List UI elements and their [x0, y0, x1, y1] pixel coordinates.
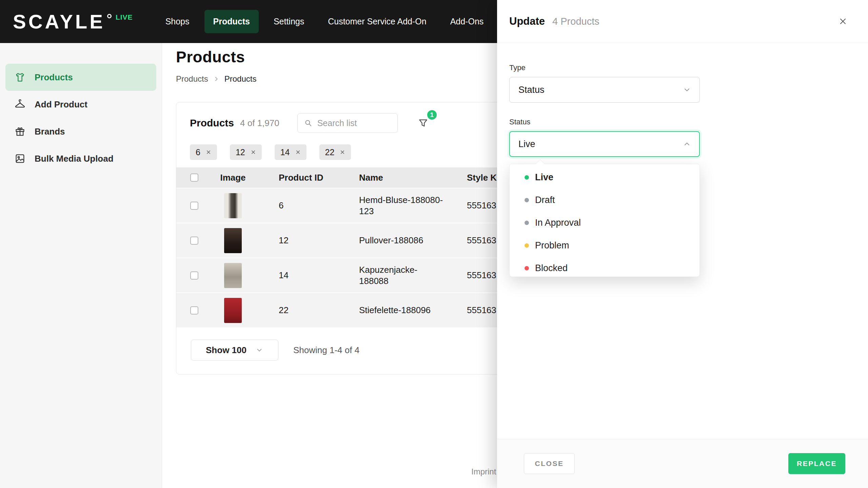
- product-image-cell: [201, 193, 265, 218]
- panel-subtitle: 4 Products: [552, 16, 599, 27]
- search-input[interactable]: [317, 118, 391, 128]
- replace-button[interactable]: REPLACE: [788, 453, 845, 474]
- imprint-link[interactable]: Imprint: [471, 467, 496, 476]
- row-checkbox[interactable]: [190, 271, 198, 280]
- update-panel-footer: CLOSE REPLACE: [497, 439, 868, 488]
- filter-count-badge: 1: [426, 109, 438, 121]
- option-label: Live: [535, 172, 553, 183]
- status-select-value: Live: [518, 139, 535, 149]
- main-nav: Shops Products Settings Customer Service…: [157, 10, 493, 33]
- sidebar: Products Add Product Brands: [0, 43, 162, 488]
- chevron-down-icon: [683, 85, 691, 94]
- logo-circle-icon: [107, 14, 112, 18]
- status-dot-icon: [525, 175, 529, 180]
- type-select[interactable]: Status: [509, 77, 700, 103]
- product-name-cell: Hemd-Bluse-188080-123: [345, 195, 453, 217]
- row-checkbox[interactable]: [190, 237, 198, 245]
- product-name-cell: Pullover-188086: [345, 235, 453, 246]
- product-image-cell: [201, 263, 265, 288]
- product-id-cell: 6: [265, 200, 345, 211]
- chip-remove-icon[interactable]: [340, 149, 345, 155]
- nav-item-settings[interactable]: Settings: [265, 10, 313, 33]
- nav-item-shops[interactable]: Shops: [157, 10, 198, 33]
- type-field-label: Type: [509, 63, 856, 72]
- option-label: Draft: [535, 195, 555, 205]
- chip-value: 12: [236, 147, 245, 157]
- close-button[interactable]: CLOSE: [524, 453, 575, 474]
- chip-remove-icon[interactable]: [295, 149, 301, 155]
- product-name-cell: Kapuzenjacke-188088: [345, 264, 453, 286]
- column-header-image: Image: [201, 172, 265, 183]
- showing-range-text: Showing 1-4 of 4: [293, 345, 359, 355]
- filter-chip: 22: [319, 144, 351, 160]
- product-image-cell: [201, 298, 265, 323]
- page-size-label: Show 100: [206, 345, 246, 355]
- panel-title: Update: [509, 15, 545, 27]
- breadcrumb-item-current: Products: [224, 74, 257, 84]
- chip-remove-icon[interactable]: [251, 149, 256, 155]
- nav-item-products[interactable]: Products: [204, 10, 259, 33]
- dropdown-option-live[interactable]: Live: [510, 166, 699, 189]
- product-name-cell: Stiefelette-188096: [345, 305, 453, 316]
- breadcrumb-item[interactable]: Products: [176, 74, 208, 84]
- product-id-cell: 14: [265, 270, 345, 281]
- product-image-cell: [201, 228, 265, 253]
- status-field: Status Live: [509, 118, 856, 157]
- gift-icon: [14, 126, 26, 137]
- nav-item-addons[interactable]: Add-Ons: [441, 10, 493, 33]
- option-label: In Approval: [535, 218, 581, 228]
- chip-value: 6: [196, 147, 200, 157]
- dropdown-option-in-approval[interactable]: In Approval: [510, 211, 699, 234]
- search-icon: [304, 119, 313, 127]
- product-thumbnail: [224, 263, 242, 288]
- image-icon: [14, 153, 26, 164]
- status-dot-icon: [525, 198, 529, 202]
- page-size-dropdown[interactable]: Show 100: [191, 340, 278, 361]
- chip-value: 22: [325, 147, 335, 157]
- sidebar-item-products[interactable]: Products: [5, 64, 156, 91]
- logo-text: SCAYLE: [13, 12, 105, 32]
- update-panel-header: Update 4 Products: [497, 0, 868, 43]
- column-header-name: Name: [345, 172, 453, 183]
- chevron-right-icon: [214, 76, 219, 82]
- product-thumbnail: [224, 228, 242, 253]
- chip-remove-icon[interactable]: [206, 149, 211, 155]
- product-id-cell: 12: [265, 235, 345, 246]
- chip-value: 14: [280, 147, 290, 157]
- sidebar-item-add-product[interactable]: Add Product: [5, 91, 156, 118]
- close-panel-button[interactable]: [835, 14, 850, 29]
- nav-item-customer-service-addon[interactable]: Customer Service Add-On: [319, 10, 435, 33]
- search-list-box: [297, 113, 398, 133]
- status-field-label: Status: [509, 118, 856, 126]
- row-checkbox[interactable]: [190, 306, 198, 314]
- sidebar-item-label: Add Product: [35, 99, 87, 110]
- live-badge: LIVE: [116, 13, 133, 21]
- filter-chip: 14: [275, 144, 307, 160]
- chevron-up-icon: [683, 140, 691, 148]
- sidebar-item-label: Bulk Media Upload: [35, 154, 114, 164]
- type-field: Type Status: [509, 63, 856, 103]
- type-select-value: Status: [518, 85, 545, 95]
- status-dropdown-menu: Live Draft In Approval Problem Blocked: [509, 164, 700, 277]
- status-dot-icon: [525, 243, 529, 248]
- sidebar-item-label: Brands: [35, 126, 65, 137]
- dropdown-option-draft[interactable]: Draft: [510, 189, 699, 211]
- status-select[interactable]: Live: [509, 131, 700, 157]
- chevron-down-icon: [255, 346, 263, 354]
- tshirt-icon: [14, 72, 26, 83]
- row-checkbox[interactable]: [190, 202, 198, 210]
- status-dot-icon: [525, 221, 529, 225]
- sidebar-item-label: Products: [35, 72, 73, 83]
- card-count: 4 of 1,970: [240, 118, 279, 128]
- option-label: Problem: [535, 240, 569, 251]
- filter-button[interactable]: 1: [413, 113, 433, 133]
- dropdown-option-problem[interactable]: Problem: [510, 234, 699, 257]
- scayle-logo[interactable]: SCAYLE LIVE: [13, 12, 133, 32]
- dropdown-option-blocked[interactable]: Blocked: [510, 257, 699, 277]
- sidebar-item-brands[interactable]: Brands: [5, 118, 156, 145]
- sidebar-item-bulk-media-upload[interactable]: Bulk Media Upload: [5, 145, 156, 172]
- select-all-checkbox[interactable]: [190, 174, 198, 182]
- filter-chip: 6: [190, 144, 217, 160]
- status-dot-icon: [525, 266, 529, 270]
- product-thumbnail: [224, 193, 242, 218]
